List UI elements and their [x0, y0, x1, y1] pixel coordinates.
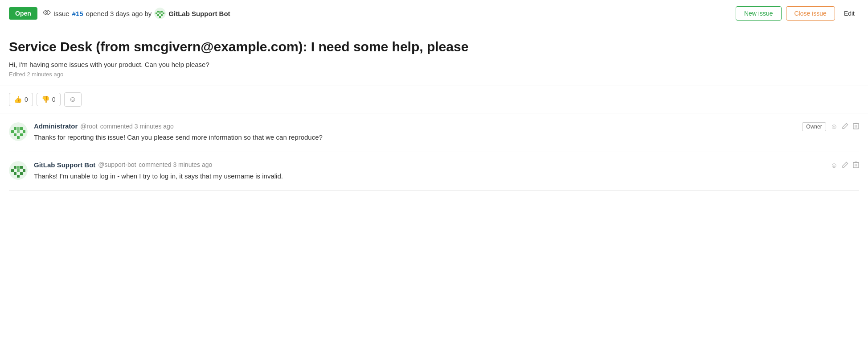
svg-rect-10	[159, 16, 161, 18]
svg-rect-6	[163, 12, 164, 14]
issue-title: Service Desk (from smcgivern@example.com…	[9, 38, 859, 55]
comment-2-author: GitLab Support Bot	[34, 161, 95, 169]
issue-header: Open Issue #15 opened 3 days ago by	[0, 0, 868, 27]
svg-rect-28	[14, 172, 16, 175]
svg-rect-16	[23, 130, 25, 133]
delete-comment-button-2[interactable]	[853, 161, 859, 170]
svg-rect-29	[20, 172, 23, 175]
bot-name: GitLab Support Bot	[168, 10, 230, 17]
emoji-reaction-button-2[interactable]: ☺	[831, 162, 838, 170]
thumbs-up-emoji: 👍	[14, 95, 22, 104]
emoji-reaction-button-1[interactable]: ☺	[831, 123, 838, 131]
svg-rect-5	[159, 12, 161, 14]
svg-rect-27	[23, 169, 25, 172]
svg-rect-2	[157, 11, 159, 12]
eye-icon	[43, 9, 51, 17]
svg-rect-4	[156, 12, 157, 14]
admin-avatar	[9, 122, 28, 141]
header-actions: New issue Close issue Edit	[736, 6, 859, 21]
issue-meta: Issue #15 opened 3 days ago by Gi	[43, 8, 730, 19]
svg-rect-17	[14, 133, 16, 136]
edit-comment-button-2[interactable]	[842, 162, 848, 170]
reactions-bar: 👍 0 👎 0 ☺	[0, 86, 868, 113]
bot-avatar-small	[154, 8, 166, 19]
svg-rect-18	[20, 133, 23, 136]
comment-2-actions: ☺	[831, 161, 859, 170]
comment-1-time: commented 3 minutes ago	[100, 123, 174, 130]
comment-1-actions: Owner ☺	[802, 122, 859, 131]
issue-description: Hi, I'm having some issues with your pro…	[9, 61, 859, 68]
comment-2: GitLab Support Bot @support-bot commente…	[9, 152, 859, 191]
comment-2-header: GitLab Support Bot @support-bot commente…	[34, 161, 824, 169]
issue-body: Service Desk (from smcgivern@example.com…	[0, 27, 868, 78]
svg-rect-3	[161, 11, 163, 12]
svg-rect-9	[159, 11, 161, 12]
comment-1-content: Administrator @root commented 3 minutes …	[34, 122, 796, 143]
svg-rect-13	[20, 127, 23, 130]
svg-rect-30	[17, 166, 20, 169]
thumbs-up-button[interactable]: 👍 0	[9, 93, 33, 106]
comment-1: Administrator @root commented 3 minutes …	[9, 113, 859, 152]
svg-rect-20	[17, 136, 20, 139]
svg-rect-23	[14, 166, 16, 169]
svg-rect-25	[11, 169, 14, 172]
thumbs-down-emoji: 👎	[41, 95, 50, 104]
comment-2-text: Thanks! I'm unable to log in - when I tr…	[34, 171, 824, 182]
close-issue-button[interactable]: Close issue	[786, 6, 835, 21]
bot-avatar	[9, 161, 28, 180]
comment-1-header: Administrator @root commented 3 minutes …	[34, 122, 796, 130]
comments-section: Administrator @root commented 3 minutes …	[0, 113, 868, 191]
svg-point-0	[46, 12, 48, 14]
comment-1-username: @root	[80, 123, 97, 130]
svg-rect-15	[17, 130, 20, 133]
issue-edited: Edited 2 minutes ago	[9, 71, 859, 78]
comment-2-username: @support-bot	[98, 161, 136, 168]
svg-rect-12	[14, 127, 16, 130]
owner-badge: Owner	[802, 122, 826, 131]
svg-rect-31	[17, 175, 20, 178]
svg-rect-26	[17, 169, 20, 172]
comment-1-author: Administrator	[34, 122, 78, 130]
add-reaction-button[interactable]: ☺	[64, 92, 82, 107]
svg-rect-8	[161, 14, 163, 16]
svg-rect-19	[17, 127, 20, 130]
status-badge: Open	[9, 7, 37, 20]
svg-rect-7	[157, 14, 159, 16]
comment-2-content: GitLab Support Bot @support-bot commente…	[34, 161, 824, 182]
thumbs-down-button[interactable]: 👎 0	[37, 93, 61, 106]
edit-comment-button-1[interactable]	[842, 123, 848, 131]
svg-rect-32	[853, 162, 859, 168]
issue-label: Issue	[53, 10, 70, 17]
comment-2-time: commented 3 minutes ago	[139, 161, 212, 168]
thumbs-up-count: 0	[25, 96, 28, 103]
thumbs-down-count: 0	[52, 96, 56, 103]
edit-button[interactable]: Edit	[839, 7, 859, 20]
issue-opened-text: opened 3 days ago by	[86, 10, 152, 17]
svg-rect-14	[11, 130, 14, 133]
svg-rect-24	[20, 166, 23, 169]
issue-number: #15	[72, 10, 83, 17]
new-issue-button[interactable]: New issue	[736, 6, 782, 21]
delete-comment-button-1[interactable]	[853, 122, 859, 131]
svg-rect-21	[853, 124, 859, 129]
comment-1-text: Thanks for reporting this issue! Can you…	[34, 133, 796, 143]
